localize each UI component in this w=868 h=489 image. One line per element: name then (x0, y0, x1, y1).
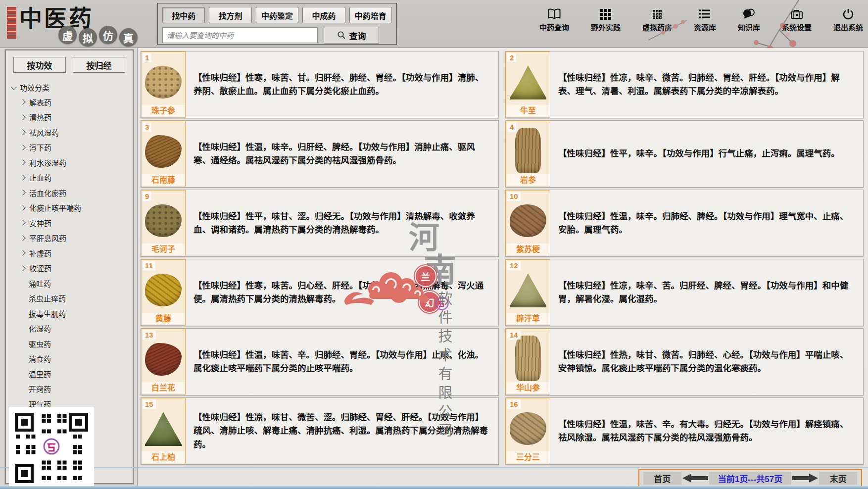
app-window: 中医药 虚拟仿真 找中药找方剂中药鉴定中成药中药培育 查询 (0, 0, 868, 489)
sidebar-item[interactable]: 解表药 (10, 95, 133, 110)
sidebar-item[interactable]: 泻下药 (10, 140, 133, 155)
herb-name: 白兰花 (142, 382, 185, 393)
herb-number: 11 (143, 261, 155, 270)
last-page-button[interactable]: 末页 (819, 472, 857, 485)
herb-card[interactable]: 9 毛诃子 【性味归经】性平，味甘、涩。归经无。【功效与作用】清热解毒、收敛养血… (141, 190, 499, 257)
herb-card[interactable]: 10 紫苏梗 【性味归经】性温，味辛。归肺经、脾经。【功效与作用】理气宽中、止痛… (505, 190, 864, 257)
sidebar-item[interactable]: 杀虫止痒药 (10, 291, 133, 306)
search-tab[interactable]: 中药培育 (349, 7, 392, 23)
herb-name: 毛诃子 (142, 244, 185, 255)
nav-item-knowledge-base[interactable]: 知识库 (738, 8, 760, 32)
page-status: 当前1页---共57页 (709, 472, 792, 485)
herb-card[interactable]: 14 华山参 【性味归经】性热，味甘、微苦。归肺经、心经。【功效与作用】平喘止咳… (505, 328, 864, 395)
herb-image-panel[interactable]: 3 石南藤 (141, 121, 186, 187)
search-tab[interactable]: 中药鉴定 (256, 7, 298, 23)
herb-card[interactable]: 12 辟汗草 【性味归经】性凉，味辛、苦。归肝经、脾经、胃经。【功效与作用】和中… (505, 259, 864, 326)
herb-number: 14 (507, 330, 521, 340)
nav-item-exit-system[interactable]: 退出系统 (833, 8, 863, 32)
herb-name: 珠子参 (142, 105, 185, 116)
herb-image-panel[interactable]: 14 华山参 (506, 329, 550, 395)
herb-image-panel[interactable]: 1 珠子参 (141, 51, 186, 118)
chevron-right-icon (20, 145, 25, 150)
query-row: 查询 (158, 25, 396, 45)
sidebar-item[interactable]: 化痰止咳平喘药 (10, 200, 133, 216)
subtitle-circle: 真 (119, 28, 138, 47)
nav-item-virtual-pharmacy[interactable]: 虚拟药房 (642, 8, 672, 32)
herb-image-panel[interactable]: 11 黄藤 (141, 259, 186, 326)
herb-description: 【性味归经】性温，味苦、辛。归肺经、胃经。【功效与作用】止咳、化浊。属化痰止咳平… (186, 329, 498, 395)
herb-description: 【性味归经】性凉，味辛、苦。归肝经、脾经、胃经。【功效与作用】和中健胃，解暑化湿… (550, 259, 863, 326)
sidebar-item[interactable]: 利水渗湿药 (10, 155, 133, 170)
nav-item-system-settings[interactable]: 系统设置 (782, 8, 812, 32)
search-input[interactable] (162, 27, 318, 43)
herb-image-panel[interactable]: 12 辟汗草 (506, 259, 550, 326)
sidebar-item[interactable]: 收涩药 (10, 261, 133, 276)
sidebar-item[interactable]: 祛风湿药 (10, 125, 133, 140)
sidebar-item[interactable]: 平肝息风药 (10, 231, 133, 246)
herb-image-panel[interactable]: 4 岩参 (506, 121, 550, 187)
tree-root-label: 功效分类 (20, 82, 49, 93)
herb-card[interactable]: 15 石上柏 【性味归经】性凉，味甘、微苦、涩。归肺经、胃经、肝经。【功效与作用… (141, 397, 499, 465)
sidebar-item[interactable]: 消食药 (10, 351, 133, 367)
nav-item-field-practice[interactable]: 野外实践 (591, 8, 621, 32)
herb-image-panel[interactable]: 2 牛至 (506, 51, 550, 118)
herb-description: 【性味归经】性寒，味苦、甘。归肝经、肺经、胃经。【功效与作用】清肺、养阴、散瘀止… (186, 51, 498, 118)
sidebar-item[interactable]: 清热药 (10, 110, 133, 125)
herb-card[interactable]: 2 牛至 【性味归经】性凉，味辛、微苦。归肺经、胃经、肝经。【功效与作用】解表、… (505, 51, 864, 118)
sidebar-item[interactable]: 安神药 (10, 215, 133, 231)
herb-image-panel[interactable]: 13 白兰花 (141, 329, 186, 395)
sidebar-item[interactable]: 拔毒生肌药 (10, 306, 133, 321)
search-tab[interactable]: 找中药 (162, 7, 205, 23)
sidebar-item[interactable]: 驱虫药 (10, 336, 133, 351)
herb-description: 【性味归经】性平，味甘、涩。归经无。【功效与作用】清热解毒、收敛养血、调和诸药。… (186, 190, 498, 256)
search-tab[interactable]: 中成药 (302, 7, 345, 23)
first-page-button[interactable]: 首页 (643, 472, 681, 485)
sidebar-item[interactable]: 温里药 (10, 366, 133, 382)
herb-card[interactable]: 11 黄藤 【性味归经】性寒，味苦。归心经、肝经。【功效与作用】清热解毒、泻火通… (141, 259, 499, 326)
search-tab[interactable]: 找方剂 (209, 7, 251, 23)
herb-name: 石南藤 (142, 174, 185, 186)
nav-item-resource-library[interactable]: 资源库 (694, 8, 716, 32)
sidebar-item-label: 补虚药 (29, 248, 51, 258)
sidebar-item-label: 活血化瘀药 (29, 188, 66, 198)
search-button-label: 查询 (349, 29, 366, 42)
herb-card[interactable]: 3 石南藤 【性味归经】性温，味辛。归肝经、脾经。【功效与作用】消肿止痛、驱风寒… (141, 120, 499, 188)
herb-number: 12 (507, 261, 521, 270)
herb-photo (145, 204, 182, 237)
sidebar-item[interactable]: 开窍药 (10, 382, 133, 397)
sidebar-item[interactable]: 补虚药 (10, 245, 133, 261)
sidebar-item[interactable]: 化湿药 (10, 321, 133, 337)
sidebar-item[interactable]: 涌吐药 (10, 276, 133, 291)
search-button[interactable]: 查询 (324, 27, 379, 44)
herb-image-panel[interactable]: 16 三分三 (506, 398, 550, 464)
next-page-arrow-icon[interactable] (791, 473, 819, 484)
nav-label: 虚拟药房 (642, 22, 672, 32)
sidebar-item-label: 泻下药 (29, 142, 51, 152)
herb-photo (145, 343, 182, 376)
nav-label: 野外实践 (591, 22, 621, 32)
herb-card[interactable]: 1 珠子参 【性味归经】性寒，味苦、甘。归肝经、肺经、胃经。【功效与作用】清肺、… (141, 51, 499, 118)
herb-name: 岩参 (506, 174, 550, 186)
chevron-right-icon (20, 99, 25, 105)
herb-card[interactable]: 4 岩参 【性味归经】性平，味辛。【功效与作用】行气止痛，止泻痢。属理气药。 (505, 120, 864, 188)
power-icon (842, 8, 854, 20)
herb-description: 【性味归经】性寒，味苦。归心经、肝经。【功效与作用】清热解毒、泻火通便。属清热药… (186, 259, 498, 326)
tree-items: 解表药清热药祛风湿药泻下药利水渗湿药止血药活血化瘀药化痰止咳平喘药安神药平肝息风… (10, 95, 133, 427)
prev-page-arrow-icon[interactable] (681, 473, 709, 484)
tree-root-node[interactable]: 功效分类 (10, 80, 133, 95)
herb-card[interactable]: 13 白兰花 【性味归经】性温，味苦、辛。归肺经、胃经。【功效与作用】止咳、化浊… (141, 328, 499, 395)
herb-image-panel[interactable]: 15 石上柏 (141, 398, 186, 464)
nav-item-herb-query[interactable]: 中药查询 (539, 8, 569, 32)
search-tabs: 找中药找方剂中药鉴定中成药中药培育 (158, 3, 396, 25)
herb-name: 石上柏 (142, 451, 185, 463)
herb-image-panel[interactable]: 10 紫苏梗 (506, 190, 550, 256)
sidebar-item-label: 开窍药 (29, 384, 51, 394)
sidebar-item[interactable]: 活血化瘀药 (10, 185, 133, 200)
qr-code-image (13, 411, 90, 485)
filter-by-meridian-button[interactable]: 按归经 (73, 57, 125, 73)
herb-photo (510, 65, 546, 99)
filter-by-effect-button[interactable]: 按功效 (13, 57, 66, 73)
sidebar-item[interactable]: 止血药 (10, 170, 133, 186)
herb-card[interactable]: 16 三分三 【性味归经】性温，味苦、辛。有大毒。归经无。【功效与作用】解痉镇痛… (505, 397, 864, 465)
herb-image-panel[interactable]: 9 毛诃子 (141, 190, 186, 256)
